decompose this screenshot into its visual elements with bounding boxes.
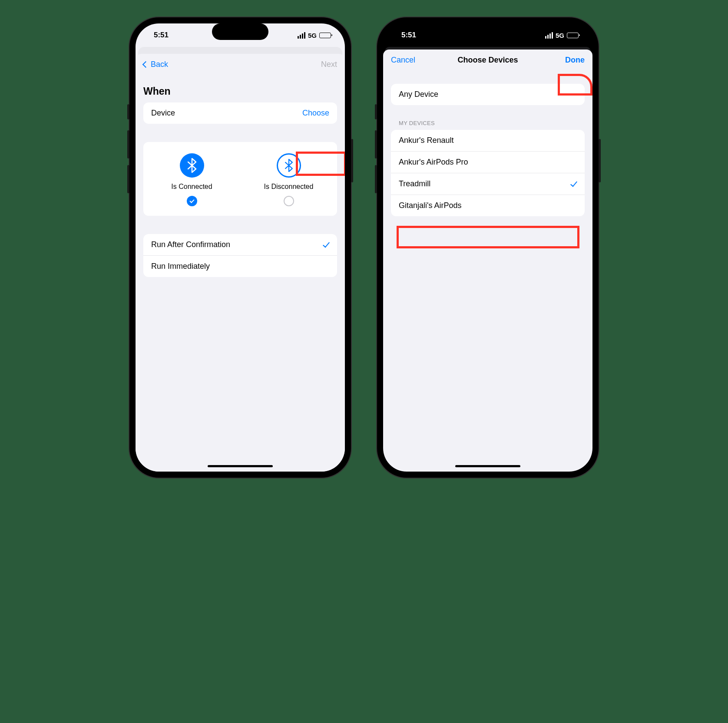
bluetooth-icon: [277, 153, 301, 178]
checkmark-icon: [570, 179, 577, 187]
device-row-gitanjali-airpods[interactable]: Gitanjali's AirPods: [391, 195, 585, 216]
battery-icon: [567, 33, 579, 38]
chevron-left-icon: [142, 61, 149, 68]
option-label: Is Connected: [171, 183, 212, 191]
choose-button[interactable]: Choose: [302, 109, 329, 118]
nav-bar: Cancel Choose Devices Done: [383, 50, 592, 69]
checkmark-icon: [323, 240, 330, 248]
option-is-disconnected[interactable]: Is Disconnected: [240, 153, 337, 206]
row-label: Run After Confirmation: [151, 240, 230, 249]
highlight-box: [397, 226, 579, 248]
next-button[interactable]: Next: [321, 60, 337, 69]
back-label: Back: [151, 60, 168, 69]
device-label: Device: [151, 109, 175, 118]
dynamic-island: [460, 23, 516, 40]
home-indicator[interactable]: [455, 465, 520, 467]
device-row[interactable]: Device Choose: [143, 102, 337, 124]
dynamic-island: [212, 23, 268, 40]
device-row-airpods-pro[interactable]: Ankur's AirPods Pro: [391, 151, 585, 173]
bluetooth-icon: [180, 153, 204, 178]
device-row-renault[interactable]: Ankur's Renault: [391, 130, 585, 151]
device-row-treadmill[interactable]: Treadmill: [391, 173, 585, 195]
network-label: 5G: [308, 32, 317, 39]
row-label: Run Immediately: [151, 262, 210, 271]
radio-unchecked: [284, 196, 294, 206]
nav-bar: Back Next: [136, 54, 345, 73]
cancel-button[interactable]: Cancel: [391, 56, 415, 65]
section-header-when: When: [143, 78, 337, 102]
done-button[interactable]: Done: [565, 56, 585, 65]
row-label: Any Device: [399, 90, 438, 99]
nav-title: Choose Devices: [457, 56, 518, 65]
option-label: Is Disconnected: [264, 183, 314, 191]
radio-checked: [187, 196, 197, 206]
run-after-confirmation-row[interactable]: Run After Confirmation: [143, 234, 337, 255]
home-indicator[interactable]: [208, 465, 273, 467]
any-device-row[interactable]: Any Device: [391, 84, 585, 105]
network-label: 5G: [556, 32, 564, 39]
signal-icon: [298, 32, 305, 39]
battery-icon: [319, 33, 331, 38]
signal-icon: [545, 32, 553, 39]
device-name: Gitanjali's AirPods: [399, 201, 462, 210]
run-immediately-row[interactable]: Run Immediately: [143, 255, 337, 277]
device-name: Ankur's AirPods Pro: [399, 158, 468, 167]
back-button[interactable]: Back: [143, 60, 168, 69]
device-name: Ankur's Renault: [399, 136, 454, 145]
option-is-connected[interactable]: Is Connected: [143, 153, 240, 206]
status-time: 5:51: [154, 31, 169, 40]
status-time: 5:51: [401, 31, 416, 40]
device-name: Treadmill: [399, 179, 430, 188]
list-header-my-devices: MY DEVICES: [391, 120, 585, 130]
